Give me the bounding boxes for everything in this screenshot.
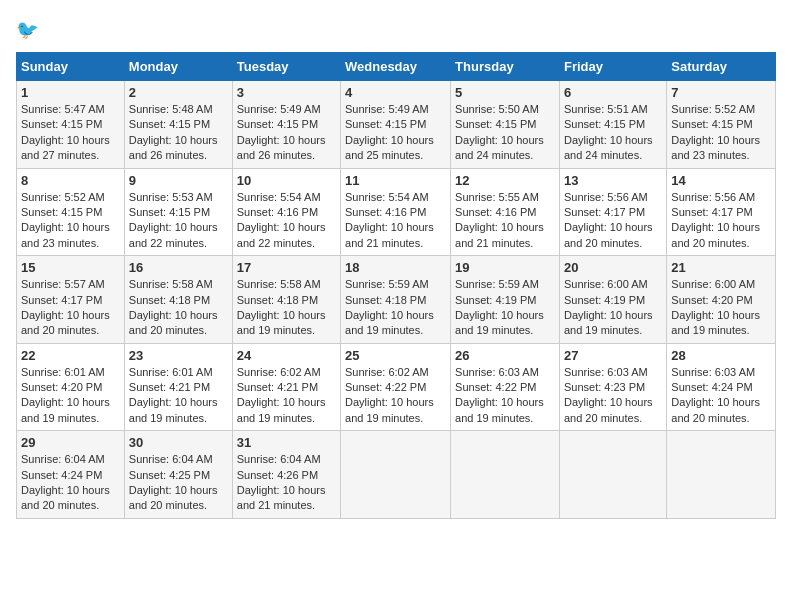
- day-number: 16: [129, 260, 228, 275]
- day-info: Sunrise: 6:04 AM Sunset: 4:24 PM Dayligh…: [21, 452, 120, 514]
- calendar-table: SundayMondayTuesdayWednesdayThursdayFrid…: [16, 52, 776, 519]
- day-number: 30: [129, 435, 228, 450]
- empty-cell: [667, 431, 776, 519]
- table-row: 27 Sunrise: 6:03 AM Sunset: 4:23 PM Dayl…: [559, 343, 666, 431]
- calendar-week-row: 29 Sunrise: 6:04 AM Sunset: 4:24 PM Dayl…: [17, 431, 776, 519]
- day-info: Sunrise: 5:54 AM Sunset: 4:16 PM Dayligh…: [345, 190, 446, 252]
- calendar-header-row: SundayMondayTuesdayWednesdayThursdayFrid…: [17, 53, 776, 81]
- day-info: Sunrise: 5:56 AM Sunset: 4:17 PM Dayligh…: [671, 190, 771, 252]
- table-row: 1 Sunrise: 5:47 AM Sunset: 4:15 PM Dayli…: [17, 81, 125, 169]
- day-info: Sunrise: 6:01 AM Sunset: 4:20 PM Dayligh…: [21, 365, 120, 427]
- day-info: Sunrise: 5:49 AM Sunset: 4:15 PM Dayligh…: [345, 102, 446, 164]
- table-row: 20 Sunrise: 6:00 AM Sunset: 4:19 PM Dayl…: [559, 256, 666, 344]
- table-row: 3 Sunrise: 5:49 AM Sunset: 4:15 PM Dayli…: [232, 81, 340, 169]
- day-info: Sunrise: 5:57 AM Sunset: 4:17 PM Dayligh…: [21, 277, 120, 339]
- table-row: 17 Sunrise: 5:58 AM Sunset: 4:18 PM Dayl…: [232, 256, 340, 344]
- svg-text:🐦: 🐦: [16, 19, 39, 41]
- day-info: Sunrise: 6:04 AM Sunset: 4:25 PM Dayligh…: [129, 452, 228, 514]
- day-info: Sunrise: 5:52 AM Sunset: 4:15 PM Dayligh…: [21, 190, 120, 252]
- day-info: Sunrise: 5:53 AM Sunset: 4:15 PM Dayligh…: [129, 190, 228, 252]
- day-number: 21: [671, 260, 771, 275]
- day-number: 31: [237, 435, 336, 450]
- column-header-monday: Monday: [124, 53, 232, 81]
- day-number: 15: [21, 260, 120, 275]
- table-row: 7 Sunrise: 5:52 AM Sunset: 4:15 PM Dayli…: [667, 81, 776, 169]
- day-number: 17: [237, 260, 336, 275]
- day-info: Sunrise: 5:55 AM Sunset: 4:16 PM Dayligh…: [455, 190, 555, 252]
- day-number: 22: [21, 348, 120, 363]
- column-header-saturday: Saturday: [667, 53, 776, 81]
- table-row: 19 Sunrise: 5:59 AM Sunset: 4:19 PM Dayl…: [451, 256, 560, 344]
- calendar-week-row: 8 Sunrise: 5:52 AM Sunset: 4:15 PM Dayli…: [17, 168, 776, 256]
- day-info: Sunrise: 5:51 AM Sunset: 4:15 PM Dayligh…: [564, 102, 662, 164]
- day-number: 20: [564, 260, 662, 275]
- day-number: 28: [671, 348, 771, 363]
- table-row: 22 Sunrise: 6:01 AM Sunset: 4:20 PM Dayl…: [17, 343, 125, 431]
- day-number: 3: [237, 85, 336, 100]
- day-number: 13: [564, 173, 662, 188]
- day-number: 8: [21, 173, 120, 188]
- day-number: 6: [564, 85, 662, 100]
- column-header-sunday: Sunday: [17, 53, 125, 81]
- calendar-week-row: 22 Sunrise: 6:01 AM Sunset: 4:20 PM Dayl…: [17, 343, 776, 431]
- day-info: Sunrise: 6:02 AM Sunset: 4:21 PM Dayligh…: [237, 365, 336, 427]
- day-number: 23: [129, 348, 228, 363]
- table-row: 23 Sunrise: 6:01 AM Sunset: 4:21 PM Dayl…: [124, 343, 232, 431]
- table-row: 12 Sunrise: 5:55 AM Sunset: 4:16 PM Dayl…: [451, 168, 560, 256]
- day-number: 7: [671, 85, 771, 100]
- page-header: 🐦: [16, 16, 776, 44]
- day-number: 27: [564, 348, 662, 363]
- day-info: Sunrise: 5:49 AM Sunset: 4:15 PM Dayligh…: [237, 102, 336, 164]
- table-row: 8 Sunrise: 5:52 AM Sunset: 4:15 PM Dayli…: [17, 168, 125, 256]
- day-info: Sunrise: 5:50 AM Sunset: 4:15 PM Dayligh…: [455, 102, 555, 164]
- table-row: 18 Sunrise: 5:59 AM Sunset: 4:18 PM Dayl…: [341, 256, 451, 344]
- day-number: 14: [671, 173, 771, 188]
- table-row: 13 Sunrise: 5:56 AM Sunset: 4:17 PM Dayl…: [559, 168, 666, 256]
- logo: 🐦: [16, 16, 48, 44]
- day-number: 24: [237, 348, 336, 363]
- table-row: 4 Sunrise: 5:49 AM Sunset: 4:15 PM Dayli…: [341, 81, 451, 169]
- table-row: 9 Sunrise: 5:53 AM Sunset: 4:15 PM Dayli…: [124, 168, 232, 256]
- table-row: 15 Sunrise: 5:57 AM Sunset: 4:17 PM Dayl…: [17, 256, 125, 344]
- column-header-wednesday: Wednesday: [341, 53, 451, 81]
- day-number: 10: [237, 173, 336, 188]
- empty-cell: [451, 431, 560, 519]
- calendar-week-row: 15 Sunrise: 5:57 AM Sunset: 4:17 PM Dayl…: [17, 256, 776, 344]
- day-info: Sunrise: 5:48 AM Sunset: 4:15 PM Dayligh…: [129, 102, 228, 164]
- calendar-week-row: 1 Sunrise: 5:47 AM Sunset: 4:15 PM Dayli…: [17, 81, 776, 169]
- day-number: 11: [345, 173, 446, 188]
- table-row: 21 Sunrise: 6:00 AM Sunset: 4:20 PM Dayl…: [667, 256, 776, 344]
- table-row: 5 Sunrise: 5:50 AM Sunset: 4:15 PM Dayli…: [451, 81, 560, 169]
- day-info: Sunrise: 6:01 AM Sunset: 4:21 PM Dayligh…: [129, 365, 228, 427]
- column-header-tuesday: Tuesday: [232, 53, 340, 81]
- table-row: 28 Sunrise: 6:03 AM Sunset: 4:24 PM Dayl…: [667, 343, 776, 431]
- day-info: Sunrise: 5:59 AM Sunset: 4:19 PM Dayligh…: [455, 277, 555, 339]
- day-number: 9: [129, 173, 228, 188]
- day-info: Sunrise: 6:00 AM Sunset: 4:20 PM Dayligh…: [671, 277, 771, 339]
- table-row: 11 Sunrise: 5:54 AM Sunset: 4:16 PM Dayl…: [341, 168, 451, 256]
- logo-bird-icon: 🐦: [16, 16, 44, 44]
- day-info: Sunrise: 5:47 AM Sunset: 4:15 PM Dayligh…: [21, 102, 120, 164]
- table-row: 16 Sunrise: 5:58 AM Sunset: 4:18 PM Dayl…: [124, 256, 232, 344]
- day-info: Sunrise: 6:04 AM Sunset: 4:26 PM Dayligh…: [237, 452, 336, 514]
- table-row: 29 Sunrise: 6:04 AM Sunset: 4:24 PM Dayl…: [17, 431, 125, 519]
- day-info: Sunrise: 5:58 AM Sunset: 4:18 PM Dayligh…: [129, 277, 228, 339]
- empty-cell: [341, 431, 451, 519]
- day-info: Sunrise: 6:00 AM Sunset: 4:19 PM Dayligh…: [564, 277, 662, 339]
- day-number: 29: [21, 435, 120, 450]
- day-info: Sunrise: 5:56 AM Sunset: 4:17 PM Dayligh…: [564, 190, 662, 252]
- table-row: 30 Sunrise: 6:04 AM Sunset: 4:25 PM Dayl…: [124, 431, 232, 519]
- day-number: 25: [345, 348, 446, 363]
- table-row: 2 Sunrise: 5:48 AM Sunset: 4:15 PM Dayli…: [124, 81, 232, 169]
- day-info: Sunrise: 5:52 AM Sunset: 4:15 PM Dayligh…: [671, 102, 771, 164]
- empty-cell: [559, 431, 666, 519]
- day-number: 1: [21, 85, 120, 100]
- day-info: Sunrise: 6:02 AM Sunset: 4:22 PM Dayligh…: [345, 365, 446, 427]
- day-info: Sunrise: 6:03 AM Sunset: 4:22 PM Dayligh…: [455, 365, 555, 427]
- table-row: 24 Sunrise: 6:02 AM Sunset: 4:21 PM Dayl…: [232, 343, 340, 431]
- column-header-friday: Friday: [559, 53, 666, 81]
- day-info: Sunrise: 5:59 AM Sunset: 4:18 PM Dayligh…: [345, 277, 446, 339]
- day-info: Sunrise: 6:03 AM Sunset: 4:23 PM Dayligh…: [564, 365, 662, 427]
- table-row: 14 Sunrise: 5:56 AM Sunset: 4:17 PM Dayl…: [667, 168, 776, 256]
- table-row: 10 Sunrise: 5:54 AM Sunset: 4:16 PM Dayl…: [232, 168, 340, 256]
